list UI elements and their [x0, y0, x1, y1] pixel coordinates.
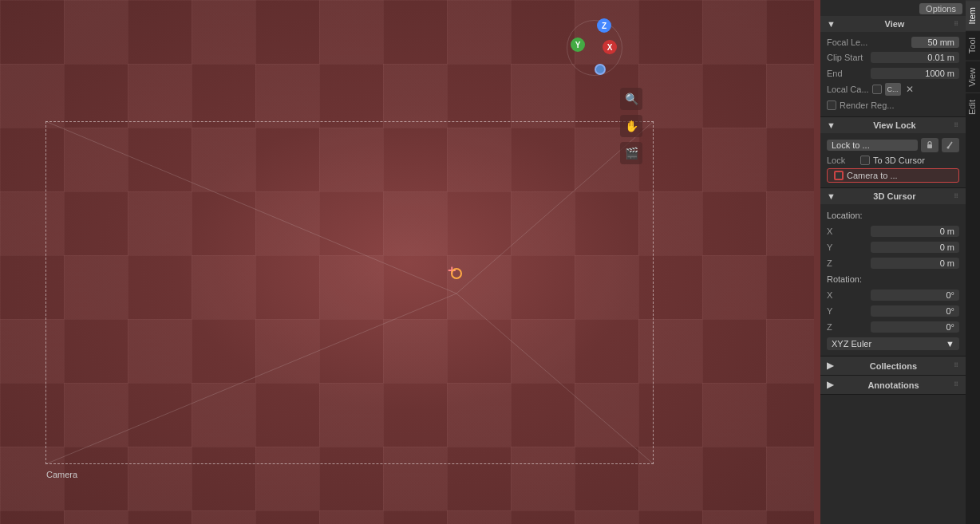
- tab-view[interactable]: View: [966, 61, 980, 93]
- clip-end-label: End: [827, 69, 871, 78]
- annotations-title: Annotations: [867, 380, 919, 390]
- view-lock-header[interactable]: ▼ View Lock ⠿: [820, 117, 966, 133]
- cursor-section-header[interactable]: ▼ 3D Cursor ⠿: [820, 188, 966, 204]
- render-regions-checkbox[interactable]: [827, 100, 836, 110]
- clip-start-label: Clip Start: [827, 53, 871, 62]
- view-section-grip: ⠿: [954, 21, 959, 28]
- view-section-header[interactable]: ▼ View ⠿: [820, 16, 966, 32]
- collections-section[interactable]: ▶ Collections ⠿: [820, 357, 966, 376]
- zoom-tool-icon[interactable]: 🔍: [620, 88, 642, 110]
- annotations-section[interactable]: ▶ Annotations ⠿: [820, 376, 966, 395]
- location-label-row: Location:: [820, 207, 966, 223]
- options-button[interactable]: Options: [919, 3, 962, 14]
- view-lock-title: View Lock: [873, 120, 916, 130]
- tab-tool[interactable]: Tool: [966, 30, 980, 60]
- loc-y-row: Y 0 m: [820, 239, 966, 255]
- cursor-section-title: 3D Cursor: [873, 191, 915, 201]
- clip-end-value[interactable]: 1000 m: [871, 68, 959, 79]
- clip-end-row: End 1000 m: [820, 65, 966, 81]
- right-panel: Options ▼ View ⠿ Focal Le... 50 mm Clip …: [820, 0, 980, 524]
- axis-z-label[interactable]: Z: [597, 18, 611, 33]
- camera-to-row: Camera to ...: [827, 168, 959, 183]
- camera-frame: Camera: [45, 121, 654, 464]
- clip-start-value[interactable]: 0.01 m: [871, 52, 959, 63]
- rot-y-value[interactable]: 0°: [871, 305, 959, 317]
- nav-gizmo[interactable]: Z Y X: [559, 12, 630, 84]
- camera-to-label: Camera to ...: [847, 171, 898, 180]
- location-label: Location:: [827, 211, 863, 220]
- camera-tool-icon[interactable]: 🎬: [620, 142, 642, 164]
- local-camera-close[interactable]: ✕: [904, 84, 915, 95]
- loc-z-value[interactable]: 0 m: [871, 258, 959, 269]
- lock-icon: [925, 140, 935, 150]
- rot-x-label: X: [827, 290, 871, 300]
- view-lock-section: ▼ View Lock ⠿ Lock to ...: [820, 117, 966, 188]
- eyedropper-icon-button[interactable]: [942, 138, 959, 152]
- view-lock-arrow: ▼: [827, 120, 836, 130]
- svg-point-6: [947, 147, 950, 149]
- axis-y-label[interactable]: Y: [571, 37, 585, 52]
- loc-y-value[interactable]: 0 m: [871, 242, 959, 253]
- rot-y-label: Y: [827, 306, 871, 316]
- viewport[interactable]: Camera Z Y X 🔍 ✋ 🎬: [0, 0, 814, 524]
- panel-top-area: Options: [820, 2, 966, 16]
- pan-tool-icon[interactable]: ✋: [620, 115, 642, 137]
- rotation-label-row: Rotation:: [820, 271, 966, 287]
- xyz-euler-arrow: ▼: [946, 339, 954, 349]
- loc-x-value[interactable]: 0 m: [871, 226, 959, 237]
- vertical-tabs: Item Tool View Edit: [966, 0, 980, 524]
- view-section-title: View: [885, 19, 905, 29]
- lock-to-row: Lock to ...: [820, 136, 966, 154]
- lock-3d-cursor-row: Lock To 3D Cursor: [820, 154, 966, 167]
- view-section-body: Focal Le... 50 mm Clip Start 0.01 m End …: [820, 32, 966, 116]
- annotations-arrow: ▶: [827, 380, 833, 390]
- focal-length-value[interactable]: 50 mm: [911, 37, 959, 48]
- local-camera-row: Local Ca... C... ✕: [820, 81, 966, 97]
- cursor-section-arrow: ▼: [827, 191, 836, 201]
- collections-grip: ⠿: [954, 362, 959, 369]
- xyz-euler-dropdown[interactable]: XYZ Euler ▼: [827, 337, 959, 350]
- rot-z-label: Z: [827, 322, 871, 332]
- local-camera-label: Local Ca...: [827, 85, 869, 94]
- rot-x-value[interactable]: 0°: [871, 290, 959, 301]
- tab-edit[interactable]: Edit: [966, 93, 980, 121]
- local-camera-icon-btn[interactable]: C...: [885, 83, 901, 96]
- xyz-euler-label: XYZ Euler: [832, 339, 871, 349]
- loc-y-label: Y: [827, 242, 871, 252]
- annotations-grip: ⠿: [954, 381, 959, 388]
- axis-x-label[interactable]: X: [603, 40, 617, 54]
- view-lock-body: Lock to ...: [820, 133, 966, 187]
- cursor-section-body: Location: X 0 m Y 0 m Z 0 m: [820, 204, 966, 356]
- panel-content: Options ▼ View ⠿ Focal Le... 50 mm Clip …: [820, 0, 966, 524]
- collections-arrow: ▶: [827, 360, 833, 371]
- loc-x-row: X 0 m: [820, 223, 966, 239]
- axis-dot[interactable]: [595, 64, 606, 75]
- loc-x-label: X: [827, 227, 871, 236]
- xyz-euler-row: XYZ Euler ▼: [820, 335, 966, 353]
- camera-to-checkbox[interactable]: [834, 171, 844, 180]
- tab-item[interactable]: Item: [966, 0, 980, 30]
- cursor-3d: [449, 270, 464, 286]
- rotation-label: Rotation:: [827, 274, 862, 284]
- view-lock-grip: ⠿: [954, 122, 959, 129]
- lock-to-button[interactable]: Lock to ...: [827, 140, 918, 151]
- cursor-section-grip: ⠿: [954, 193, 959, 200]
- clip-start-row: Clip Start 0.01 m: [820, 49, 966, 65]
- local-camera-checkbox[interactable]: [872, 85, 882, 94]
- viewport-tools: 🔍 ✋ 🎬: [620, 88, 642, 164]
- to-3d-cursor-checkbox[interactable]: [860, 156, 870, 165]
- rot-z-value[interactable]: 0°: [871, 321, 959, 333]
- loc-z-label: Z: [827, 258, 871, 268]
- rot-x-row: X 0°: [820, 287, 966, 303]
- to-3d-cursor-label: To 3D Cursor: [873, 156, 925, 165]
- eyedropper-icon: [946, 140, 955, 150]
- rot-z-row: Z 0°: [820, 319, 966, 335]
- lock-icon-button[interactable]: [921, 138, 939, 152]
- rot-y-row: Y 0°: [820, 303, 966, 319]
- view-section-arrow: ▼: [827, 19, 836, 29]
- loc-z-row: Z 0 m: [820, 255, 966, 271]
- view-section: ▼ View ⠿ Focal Le... 50 mm Clip Start 0.…: [820, 16, 966, 117]
- render-regions-label: Render Reg...: [840, 100, 894, 110]
- focal-length-row: Focal Le... 50 mm: [820, 35, 966, 49]
- focal-length-label: Focal Le...: [827, 37, 911, 47]
